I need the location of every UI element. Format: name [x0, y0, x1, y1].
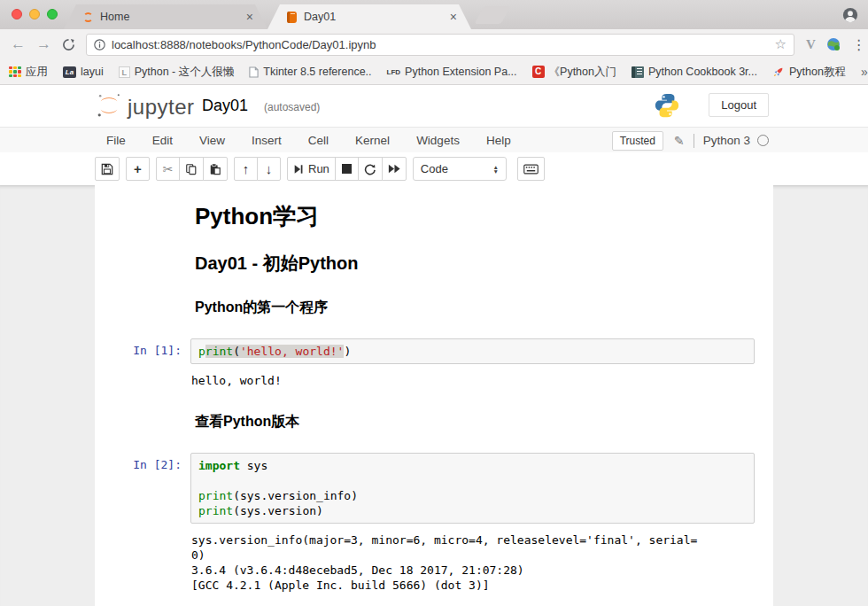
lfd-icon: LFD	[387, 68, 401, 76]
bookmarks-bar: 应用 La layui L Python - 这个人很懒 Tkinter 8.5…	[0, 59, 868, 85]
bookmark-cookbook[interactable]: Python Cookbook 3r...	[632, 66, 757, 78]
heading-check-version[interactable]: 查看Python版本	[195, 413, 773, 431]
tab-strip: Home × Day01 ×	[0, 0, 868, 29]
heading-python-study[interactable]: Python学习	[195, 201, 773, 232]
restart-kernel-button[interactable]	[358, 157, 383, 181]
restart-icon	[364, 163, 376, 175]
menu-cell[interactable]: Cell	[308, 134, 329, 147]
browser-window: Home × Day01 × ← →	[0, 0, 868, 606]
url-text[interactable]: localhost:8888/notebooks/PythonCode/Day0…	[112, 38, 775, 51]
logout-button[interactable]: Logout	[709, 93, 769, 117]
close-tab-icon[interactable]: ×	[244, 10, 255, 24]
menu-kernel[interactable]: Kernel	[355, 134, 390, 147]
cell-type-value: Code	[421, 162, 448, 175]
c-square-icon: C	[532, 66, 545, 78]
move-cell-down-button[interactable]: ↓	[257, 157, 281, 181]
close-tab-icon[interactable]: ×	[448, 10, 459, 24]
add-cell-button[interactable]: +	[126, 157, 150, 181]
info-icon[interactable]	[94, 39, 105, 50]
select-arrows-icon: ▲▼	[492, 165, 498, 174]
python-logo-icon	[654, 92, 680, 119]
jupyter-header: jupyter Day01 (autosaved) Logout	[0, 85, 868, 127]
kernel-name: Python 3	[703, 134, 750, 147]
notebook-container: Python学习 Day01 - 初始Python Python的第一个程序 I…	[95, 185, 773, 606]
notebook-toolbar: + ✂ ↑ ↓	[0, 152, 868, 185]
notebook-favicon	[287, 12, 297, 23]
rocket-icon	[772, 66, 785, 78]
tab-title: Home	[100, 11, 244, 23]
menu-edit[interactable]: Edit	[152, 134, 173, 147]
run-label: Run	[308, 162, 329, 175]
layui-icon: La	[63, 66, 76, 78]
cut-cell-button[interactable]: ✂	[156, 157, 180, 181]
trusted-button[interactable]: Trusted	[612, 131, 663, 151]
command-palette-button[interactable]	[517, 157, 545, 181]
edit-pencil-icon[interactable]: ✎	[674, 134, 685, 148]
heading-day01[interactable]: Day01 - 初始Python	[195, 252, 773, 276]
output-text-2: sys.version_info(major=3, minor=6, micro…	[190, 527, 755, 594]
menu-view[interactable]: View	[199, 134, 225, 147]
bookmarks-overflow-icon[interactable]: »	[861, 65, 868, 79]
output-cell-1: hello, world!	[95, 368, 773, 390]
menu-widgets[interactable]: Widgets	[416, 134, 460, 147]
menu-insert[interactable]: Insert	[252, 134, 282, 147]
l-square-icon: L	[119, 66, 130, 78]
keyboard-icon	[523, 164, 539, 175]
tab-day01[interactable]: Day01 ×	[267, 4, 471, 29]
interrupt-kernel-button[interactable]	[335, 157, 359, 181]
menu-file[interactable]: File	[106, 134, 126, 147]
notebook-menubar: File Edit View Insert Cell Kernel Widget…	[0, 127, 868, 152]
address-bar-row: ← → localhost:8888/notebooks/PythonCode/…	[0, 29, 868, 59]
copy-icon	[185, 163, 198, 175]
bookmark-python-intro[interactable]: C 《Python入门	[532, 65, 616, 80]
notebook-title[interactable]: Day01	[202, 97, 248, 115]
move-cell-up-button[interactable]: ↑	[234, 157, 258, 181]
book-icon	[632, 66, 644, 78]
output-prompt	[95, 368, 190, 373]
jupyter-logo[interactable]: jupyter	[96, 92, 195, 119]
minimize-window-button[interactable]	[29, 9, 40, 19]
reload-icon[interactable]	[62, 38, 75, 51]
output-cell-2: sys.version_info(major=3, minor=6, micro…	[95, 527, 773, 594]
bookmark-python-blog[interactable]: L Python - 这个人很懒	[119, 65, 235, 80]
bookmark-python-extension[interactable]: LFD Python Extension Pa...	[387, 66, 517, 78]
save-icon	[101, 163, 113, 175]
forward-icon[interactable]: →	[36, 35, 51, 53]
new-tab-button[interactable]	[475, 6, 511, 24]
extension-v-icon[interactable]: V	[806, 37, 816, 52]
paste-icon	[209, 163, 221, 175]
code-input-1[interactable]: print('hello, world!')	[190, 338, 755, 364]
run-cell-button[interactable]: Run	[287, 157, 336, 181]
zoom-window-button[interactable]	[47, 9, 58, 19]
bookmark-star-icon[interactable]: ☆	[775, 36, 787, 52]
code-input-2[interactable]: import sys print(sys.version_info)print(…	[190, 453, 755, 524]
bookmark-tkinter[interactable]: Tkinter 8.5 reference..	[249, 66, 371, 78]
menu-help[interactable]: Help	[486, 134, 511, 147]
tab-home[interactable]: Home ×	[64, 4, 267, 29]
kernel-status-icon	[757, 135, 769, 146]
step-forward-icon	[293, 164, 304, 175]
copy-cell-button[interactable]	[179, 157, 204, 181]
bookmark-apps[interactable]: 应用	[9, 65, 48, 80]
tab-title: Day01	[304, 11, 448, 23]
url-bar[interactable]: localhost:8888/notebooks/PythonCode/Day0…	[86, 34, 794, 56]
jupyter-favicon	[83, 12, 93, 22]
cell-type-select[interactable]: Code ▲▼	[413, 157, 507, 181]
close-window-button[interactable]	[12, 9, 22, 19]
output-text-1: hello, world!	[190, 368, 755, 390]
jupyter-logo-icon	[96, 92, 122, 119]
bookmark-python-tutorial[interactable]: Python教程	[772, 65, 846, 80]
checkpoint-status: (autosaved)	[264, 101, 320, 113]
profile-icon[interactable]	[842, 7, 858, 23]
divider	[694, 134, 694, 148]
save-button[interactable]	[95, 157, 120, 181]
fast-forward-icon	[388, 164, 400, 174]
browser-menu-icon[interactable]: ⋮	[852, 36, 866, 53]
document-icon	[249, 66, 259, 78]
extension-globe-icon[interactable]	[826, 37, 841, 51]
heading-first-program[interactable]: Python的第一个程序	[195, 299, 773, 317]
paste-cell-button[interactable]	[203, 157, 228, 181]
bookmark-layui[interactable]: La layui	[63, 66, 104, 78]
restart-run-all-button[interactable]	[382, 157, 407, 181]
back-icon[interactable]: ←	[11, 35, 26, 53]
